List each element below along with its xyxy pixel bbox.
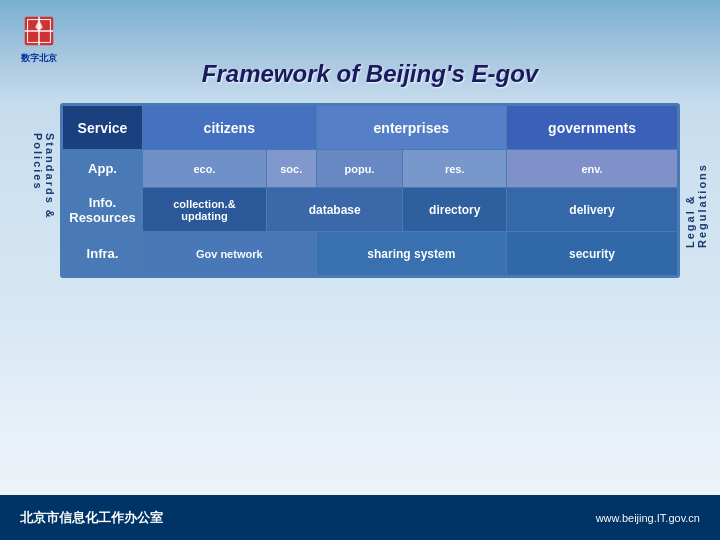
logo-icon <box>20 12 58 50</box>
framework-table: Service citizens enterprises governments… <box>62 105 678 276</box>
infra-label: Infra. <box>63 232 143 276</box>
env-cell: env. <box>507 150 678 188</box>
govnet-cell: Gov network <box>143 232 317 276</box>
bottom-bar-right-text: www.beijing.IT.gov.cn <box>596 512 700 524</box>
sharing-cell: sharing system <box>316 232 507 276</box>
infra-row: Infra. Gov network sharing system securi… <box>63 232 678 276</box>
bottom-bar-left-text: 北京市信息化工作办公室 <box>20 509 163 527</box>
enterprises-cell: enterprises <box>316 106 507 150</box>
logo: 数字北京 <box>20 12 58 65</box>
governments-cell: governments <box>507 106 678 150</box>
main-content: Framework of Beijing's E-gov Standards &… <box>30 60 710 278</box>
database-cell: database <box>266 188 403 232</box>
delivery-cell: delivery <box>507 188 678 232</box>
bottom-bar: 北京市信息化工作办公室 www.beijing.IT.gov.cn <box>0 495 720 540</box>
app-label: App. <box>63 150 143 188</box>
framework-table-container: Service citizens enterprises governments… <box>60 103 680 278</box>
citizens-cell: citizens <box>143 106 317 150</box>
popu-cell: popu. <box>316 150 403 188</box>
info-row: Info. Resources collection.& updating da… <box>63 188 678 232</box>
info-label: Info. Resources <box>63 188 143 232</box>
res-cell: res. <box>403 150 507 188</box>
soc-cell: soc. <box>266 150 316 188</box>
service-row: Service citizens enterprises governments <box>63 106 678 150</box>
page-title: Framework of Beijing's E-gov <box>30 60 710 88</box>
service-label: Service <box>63 106 143 150</box>
collection-cell: collection.& updating <box>143 188 267 232</box>
framework-wrapper: Standards & Policies Legal & Regulations… <box>60 103 680 278</box>
directory-cell: directory <box>403 188 507 232</box>
app-row: App. eco. soc. popu. res. env. <box>63 150 678 188</box>
side-label-right: Legal & Regulations <box>684 133 708 248</box>
side-label-left: Standards & Policies <box>32 133 56 248</box>
eco-cell: eco. <box>143 150 267 188</box>
security-cell: security <box>507 232 678 276</box>
